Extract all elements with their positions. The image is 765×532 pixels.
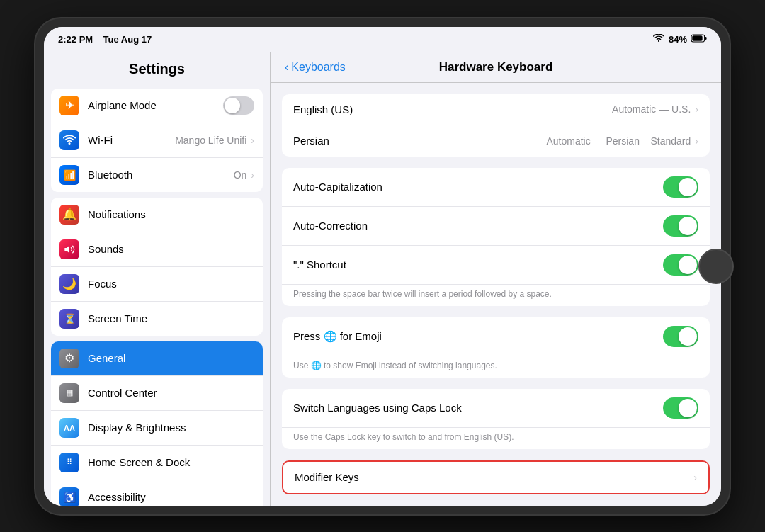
- modifier-keys-row[interactable]: Modifier Keys ›: [283, 462, 708, 493]
- sidebar-item-display-brightness[interactable]: AA Display & Brightness: [51, 411, 263, 446]
- accessibility-icon: ♿: [60, 487, 79, 506]
- control-center-icon: ▦: [60, 383, 79, 403]
- status-bar: 2:22 PM Tue Aug 17 84%: [44, 27, 721, 52]
- sidebar-item-accessibility[interactable]: ♿ Accessibility: [51, 480, 263, 506]
- auto-correct-row[interactable]: Auto-Correction: [282, 207, 710, 246]
- auto-cap-toggle[interactable]: [663, 176, 698, 198]
- focus-icon: 🌙: [60, 274, 79, 294]
- switch-lang-row[interactable]: Switch Languages using Caps Lock: [282, 389, 710, 428]
- accessibility-label: Accessibility: [88, 491, 254, 503]
- sidebar-item-screen-time[interactable]: ⏳ Screen Time: [51, 302, 263, 336]
- auto-cap-row[interactable]: Auto-Capitalization: [282, 168, 710, 207]
- persian-value: Automatic — Persian – Standard: [546, 135, 691, 147]
- switch-lang-note: Use the Caps Lock key to switch to and f…: [282, 428, 710, 449]
- auto-correct-label: Auto-Correction: [293, 220, 663, 232]
- modifier-keys-label: Modifier Keys: [295, 471, 693, 483]
- toggle-section: Auto-Capitalization Auto-Correction "." …: [282, 168, 710, 306]
- press-emoji-toggle[interactable]: [663, 326, 698, 347]
- modifier-keys-chevron: ›: [693, 472, 697, 483]
- svg-rect-3: [692, 35, 702, 41]
- bluetooth-icon: 📶: [60, 165, 79, 185]
- wifi-chevron: ›: [251, 135, 254, 146]
- notifications-label: Notifications: [88, 208, 254, 220]
- sounds-icon: [60, 239, 79, 259]
- auto-cap-label: Auto-Capitalization: [293, 181, 663, 193]
- back-button[interactable]: ‹ Keyboards: [285, 61, 346, 74]
- sidebar-section-system: 🔔 Notifications Sounds: [51, 198, 263, 336]
- english-chevron: ›: [695, 103, 698, 115]
- sidebar-section-connectivity: ✈ Airplane Mode W: [51, 89, 263, 192]
- period-shortcut-toggle[interactable]: [663, 254, 698, 276]
- switch-lang-label: Switch Languages using Caps Lock: [293, 402, 663, 414]
- sidebar-title: Settings: [44, 52, 270, 83]
- persian-label: Persian: [293, 135, 546, 147]
- switch-lang-toggle[interactable]: [663, 397, 698, 419]
- detail-header: ‹ Keyboards Hardware Keyboard: [271, 52, 721, 83]
- screen-time-icon: ⏳: [60, 309, 79, 329]
- auto-correct-toggle[interactable]: [663, 215, 698, 237]
- sidebar-item-sounds[interactable]: Sounds: [51, 232, 263, 267]
- wifi-label: Wi-Fi: [88, 134, 175, 146]
- language-section: English (US) Automatic — U.S. › Persian …: [282, 94, 710, 157]
- detail-pane: ‹ Keyboards Hardware Keyboard English (U…: [271, 52, 721, 506]
- press-emoji-row[interactable]: Press 🌐 for Emoji: [282, 317, 710, 356]
- press-emoji-label: Press 🌐 for Emoji: [293, 330, 663, 343]
- svg-rect-2: [705, 37, 707, 40]
- device-frame: 2:22 PM Tue Aug 17 84%: [35, 18, 730, 514]
- screen: 2:22 PM Tue Aug 17 84%: [44, 27, 721, 506]
- battery-icon: [691, 34, 707, 45]
- sidebar-item-general[interactable]: ⚙ General: [51, 341, 263, 376]
- display-brightness-icon: AA: [60, 418, 79, 438]
- focus-label: Focus: [88, 278, 254, 290]
- detail-content: English (US) Automatic — U.S. › Persian …: [271, 83, 721, 506]
- sidebar-item-wifi[interactable]: Wi-Fi Mango Life Unifi ›: [51, 123, 263, 158]
- modifier-keys-card: Modifier Keys ›: [283, 462, 708, 493]
- svg-point-0: [658, 40, 659, 42]
- battery-percentage: 84%: [669, 34, 687, 45]
- bluetooth-value: On: [234, 169, 247, 181]
- period-shortcut-label: "." Shortcut: [293, 259, 663, 271]
- sidebar-item-bluetooth[interactable]: 📶 Bluetooth On ›: [51, 158, 263, 192]
- bluetooth-chevron: ›: [251, 169, 254, 181]
- switch-lang-section: Switch Languages using Caps Lock Use the…: [282, 389, 710, 449]
- status-indicators: 84%: [653, 34, 707, 45]
- sidebar-item-control-center[interactable]: ▦ Control Center: [51, 376, 263, 411]
- airplane-mode-icon: ✈: [60, 96, 79, 115]
- wifi-value: Mango Life Unifi: [175, 135, 246, 146]
- english-label: English (US): [293, 103, 612, 115]
- persian-row[interactable]: Persian Automatic — Persian – Standard ›: [282, 125, 710, 157]
- sidebar-item-notifications[interactable]: 🔔 Notifications: [51, 198, 263, 232]
- date: Tue Aug 17: [103, 34, 152, 45]
- sidebar-section-preferences: ⚙ General ▦ Control Center AA Display & …: [51, 341, 263, 506]
- toggle-section-note: Pressing the space bar twice will insert…: [282, 285, 710, 306]
- status-time-date: 2:22 PM Tue Aug 17: [58, 34, 152, 45]
- airplane-mode-toggle[interactable]: [223, 96, 254, 115]
- back-label: Keyboards: [291, 61, 346, 74]
- wifi-settings-icon: [60, 130, 79, 150]
- general-icon: ⚙: [60, 349, 79, 368]
- sounds-label: Sounds: [88, 243, 254, 255]
- sidebar-item-focus[interactable]: 🌙 Focus: [51, 267, 263, 302]
- sidebar-item-airplane-mode[interactable]: ✈ Airplane Mode: [51, 89, 263, 123]
- control-center-label: Control Center: [88, 387, 254, 399]
- english-value: Automatic — U.S.: [612, 103, 691, 115]
- time: 2:22 PM: [58, 34, 93, 45]
- period-shortcut-row[interactable]: "." Shortcut: [282, 246, 710, 285]
- persian-chevron: ›: [695, 135, 698, 147]
- modifier-keys-section: Modifier Keys ›: [282, 460, 710, 494]
- display-brightness-label: Display & Brightness: [88, 421, 254, 434]
- bluetooth-label: Bluetooth: [88, 169, 234, 181]
- home-screen-icon: ⠿: [60, 453, 79, 472]
- wifi-icon: [653, 34, 664, 45]
- svg-point-4: [69, 142, 71, 145]
- home-button[interactable]: [698, 249, 734, 284]
- emoji-section: Press 🌐 for Emoji Use 🌐 to show Emoji in…: [282, 317, 710, 378]
- general-label: General: [88, 352, 254, 364]
- airplane-mode-label: Airplane Mode: [88, 99, 223, 111]
- back-chevron-icon: ‹: [285, 61, 288, 74]
- home-screen-label: Home Screen & Dock: [88, 456, 254, 468]
- main-area: Settings ✈ Airplane Mode: [44, 52, 721, 506]
- notifications-icon: 🔔: [60, 205, 79, 225]
- sidebar-item-home-screen[interactable]: ⠿ Home Screen & Dock: [51, 446, 263, 480]
- english-row[interactable]: English (US) Automatic — U.S. ›: [282, 94, 710, 125]
